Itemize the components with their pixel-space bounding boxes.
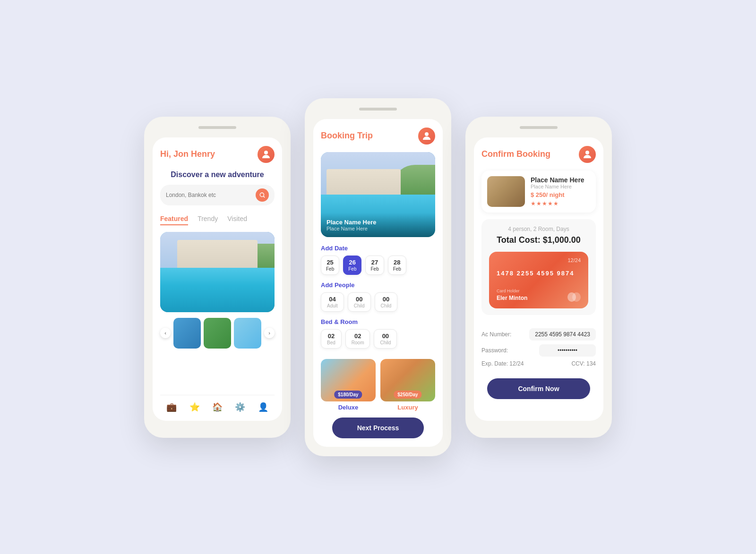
- phone-notch-3: [520, 126, 558, 129]
- confirm-avatar: [579, 146, 596, 163]
- thumbnail-1[interactable]: [173, 318, 201, 349]
- phones-container: Hi, Jon Henry Discover a new adventure F…: [144, 98, 612, 456]
- cost-section: 4 person, 2 Room, Days Total Cost: $1,00…: [481, 219, 596, 315]
- thumbnail-2[interactable]: [204, 318, 231, 349]
- luxury-card[interactable]: $250/Day: [380, 359, 435, 401]
- bed-room-chips: 02 Bed 02 Room 00 Child: [321, 329, 435, 349]
- tab-featured[interactable]: Featured: [160, 215, 188, 225]
- thumbnail-row: ‹ ›: [160, 318, 275, 349]
- date-day: 28: [393, 259, 401, 266]
- nav-user-icon[interactable]: 👤: [258, 402, 268, 412]
- deluxe-label: Deluxe: [321, 404, 376, 411]
- child-chip-1[interactable]: 00 Child: [348, 292, 371, 312]
- phone-inner: Hi, Jon Henry Discover a new adventure F…: [153, 137, 282, 421]
- card-logo: [567, 292, 581, 302]
- search-button[interactable]: [256, 188, 269, 202]
- people-chips: 04 Adult 00 Child 00 Child: [321, 292, 435, 312]
- date-chip-27[interactable]: 27 Feb: [365, 256, 384, 275]
- nav-star-icon[interactable]: ⭐: [189, 402, 200, 412]
- adult-chip[interactable]: 04 Adult: [321, 292, 344, 312]
- water-bg: [160, 268, 275, 312]
- date-month: Feb: [326, 266, 334, 272]
- booking-meta: 4 person, 2 Room, Days: [489, 226, 588, 232]
- tabs: Featured Trendy Visited: [160, 215, 275, 225]
- header-row: Hi, Jon Henry: [160, 146, 275, 163]
- booking-hero-image: Place Name Here Place Name Here: [321, 152, 435, 237]
- room-chip[interactable]: 02 Room: [345, 329, 370, 349]
- child-chip-2[interactable]: 00 Child: [375, 292, 398, 312]
- hotel-price: $ 250/ night: [531, 191, 584, 198]
- date-day: 25: [326, 259, 334, 266]
- prev-arrow[interactable]: ‹: [160, 328, 171, 338]
- svg-line-2: [264, 196, 265, 197]
- bed-room-section: Bed & Room 02 Bed 02 Room 00 Child: [321, 318, 435, 349]
- avatar: [258, 146, 275, 163]
- child-room-chip[interactable]: 00 Child: [374, 329, 397, 349]
- phone-inner-2: Booking Trip Place Name Here Place Name …: [313, 119, 443, 447]
- booking-title: Booking Trip: [321, 131, 373, 141]
- card-holder-label: Card Holder: [497, 289, 527, 293]
- card-holder-name: Eler Minton: [497, 295, 527, 301]
- luxury-label: Luxury: [380, 404, 435, 411]
- card-expiry: 12/24: [567, 257, 581, 263]
- ac-number-row: Ac Number: 2255 4595 9874 4423: [481, 328, 596, 341]
- date-month: Feb: [393, 266, 401, 272]
- booking-header-row: Booking Trip: [321, 128, 435, 145]
- date-chip-28[interactable]: 28 Feb: [388, 256, 406, 275]
- card-number: 1478 2255 4595 9874: [497, 270, 581, 277]
- booking-hill: [395, 165, 435, 199]
- nav-settings-icon[interactable]: ⚙️: [235, 402, 245, 412]
- bed-chip[interactable]: 02 Bed: [321, 329, 342, 349]
- greeting: Hi, Jon Henry: [160, 149, 215, 159]
- tab-visited[interactable]: Visited: [227, 215, 247, 225]
- svg-point-4: [585, 151, 589, 154]
- ac-number-value[interactable]: 2255 4595 9874 4423: [529, 328, 596, 341]
- booking-overlay: Place Name Here Place Name Here: [321, 213, 435, 237]
- confirm-hotel-card: Place Name Here Place Name Here $ 250/ n…: [481, 170, 596, 213]
- add-date-section: Add Date 25 Feb 26 Feb 27 Feb: [321, 245, 435, 275]
- bottom-nav: 💼 ⭐ 🏠 ⚙️ 👤: [160, 395, 275, 412]
- thumbnail-3[interactable]: [234, 318, 261, 349]
- phone-discover: Hi, Jon Henry Discover a new adventure F…: [144, 117, 291, 438]
- phone-notch-2: [359, 108, 397, 111]
- card-holder-info: Card Holder Eler Minton: [497, 289, 527, 302]
- booking-place-name: Place Name Here: [326, 219, 430, 226]
- phone-inner-3: Confirm Booking Place Name Here Place Na…: [474, 137, 603, 421]
- date-month: Feb: [348, 266, 356, 272]
- hotel-sub: Place Name Here: [531, 184, 584, 189]
- luxury-price-badge: $250/Day: [394, 391, 421, 399]
- next-arrow[interactable]: ›: [264, 328, 275, 338]
- add-people-label: Add People: [321, 281, 435, 289]
- search-bar[interactable]: [160, 185, 275, 205]
- password-row: Password: ••••••••••: [481, 344, 596, 357]
- next-process-button[interactable]: Next Process: [332, 418, 424, 438]
- add-people-section: Add People 04 Adult 00 Child 00 Child: [321, 281, 435, 312]
- card-bottom: Card Holder Eler Minton: [497, 289, 581, 302]
- password-value[interactable]: ••••••••••: [539, 344, 596, 357]
- credit-card: 12/24 1478 2255 4595 9874 Card Holder El…: [489, 252, 588, 308]
- confirm-header-row: Confirm Booking: [481, 146, 596, 163]
- hotel-stars: ★★★★★: [531, 200, 584, 207]
- booking-place-sub: Place Name Here: [326, 226, 430, 231]
- form-section: Ac Number: 2255 4595 9874 4423 Password:…: [481, 328, 596, 371]
- hotel-details: Place Name Here Place Name Here $ 250/ n…: [531, 176, 584, 207]
- phone-confirm: Confirm Booking Place Name Here Place Na…: [465, 117, 612, 438]
- date-day: 26: [348, 259, 356, 266]
- search-input[interactable]: [166, 192, 256, 198]
- add-date-label: Add Date: [321, 245, 435, 252]
- date-chips: 25 Feb 26 Feb 27 Feb 28 Feb: [321, 256, 435, 275]
- discover-text: Discover a new adventure: [160, 170, 275, 179]
- luxury-card-wrapper: $250/Day Luxury: [380, 359, 435, 411]
- deluxe-card-wrapper: $180/Day Deluxe: [321, 359, 376, 411]
- expiry-ccv-row: Exp. Date: 12/24 CCV: 134: [481, 360, 596, 367]
- tab-trendy[interactable]: Trendy: [198, 215, 218, 225]
- building-bg: [177, 240, 257, 272]
- confirm-now-button[interactable]: Confirm Now: [487, 378, 590, 399]
- password-label: Password:: [481, 347, 508, 354]
- date-chip-26[interactable]: 26 Feb: [343, 256, 361, 275]
- phone-notch: [198, 126, 236, 129]
- nav-briefcase-icon[interactable]: 💼: [166, 402, 177, 412]
- deluxe-card[interactable]: $180/Day: [321, 359, 376, 401]
- nav-home-icon[interactable]: 🏠: [212, 402, 223, 412]
- date-chip-25[interactable]: 25 Feb: [321, 256, 339, 275]
